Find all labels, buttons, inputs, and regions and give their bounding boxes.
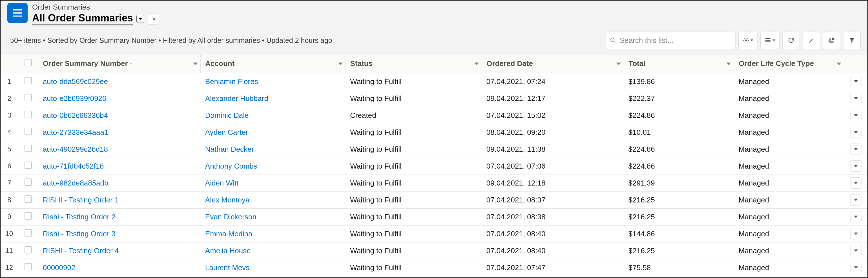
- chart-button[interactable]: [823, 32, 840, 49]
- row-actions-button[interactable]: [850, 144, 862, 155]
- svg-rect-1: [13, 12, 22, 13]
- list-view-dropdown[interactable]: [136, 15, 144, 23]
- row-checkbox[interactable]: [25, 161, 32, 169]
- edit-button[interactable]: [803, 32, 820, 49]
- row-checkbox[interactable]: [25, 229, 32, 237]
- column-menu-icon[interactable]: [726, 59, 731, 68]
- account-link[interactable]: Dominic Dale: [205, 111, 249, 120]
- account-link[interactable]: Alexander Hubbard: [205, 94, 268, 103]
- date-cell: 07.04.2021, 08:37: [482, 191, 624, 208]
- lifecycle-cell: Managed: [734, 141, 844, 158]
- date-cell: 08.04.2021, 09:20: [482, 124, 624, 141]
- column-select-all[interactable]: [18, 54, 38, 73]
- row-checkbox[interactable]: [25, 246, 32, 253]
- lifecycle-cell: Managed: [734, 259, 844, 276]
- order-summary-link[interactable]: RISHI - Testing Order 1: [43, 196, 119, 204]
- row-checkbox[interactable]: [25, 212, 32, 220]
- order-summary-link[interactable]: RISHI - Testing Order 4: [43, 246, 119, 255]
- select-all-checkbox[interactable]: [25, 59, 32, 66]
- display-as-button[interactable]: [761, 32, 779, 49]
- lifecycle-cell: Managed: [734, 90, 844, 107]
- order-summary-link[interactable]: auto-27333e34aaa1: [43, 128, 108, 136]
- order-summary-link[interactable]: auto-e2b6939f0926: [43, 94, 106, 103]
- column-lifecycle-type[interactable]: Order Life Cycle Type: [734, 54, 844, 73]
- row-actions-button[interactable]: [850, 194, 862, 206]
- table-row: 9Rishi - Testing Order 2Evan DickersonWa…: [1, 208, 867, 225]
- account-link[interactable]: Emma Medina: [205, 229, 252, 238]
- total-cell: $144.86: [624, 225, 734, 242]
- table-row: 1auto-dda569c029eeBenjamin FloresWaiting…: [1, 73, 867, 90]
- row-checkbox[interactable]: [25, 77, 32, 84]
- column-order-summary-number[interactable]: Order Summary Number↑: [38, 54, 200, 73]
- table-row: 10Rishi - Testing Order 3Emma MedinaWait…: [1, 225, 867, 242]
- order-summary-link[interactable]: auto-dda569c029ee: [43, 77, 108, 86]
- list-view-name[interactable]: All Order Summaries: [32, 12, 133, 25]
- order-summary-link[interactable]: auto-982de8a85adb: [43, 179, 108, 187]
- column-status[interactable]: Status: [345, 54, 482, 73]
- total-cell: $224.86: [624, 158, 734, 175]
- row-number: 10: [1, 225, 18, 242]
- svg-line-4: [614, 41, 616, 43]
- column-menu-icon[interactable]: [193, 59, 197, 68]
- row-checkbox[interactable]: [25, 145, 32, 152]
- row-actions-button[interactable]: [850, 76, 862, 87]
- table-row: 3auto-0b62c66336b4Dominic DaleCreated07.…: [1, 107, 867, 124]
- svg-rect-8: [766, 41, 771, 42]
- row-actions-button[interactable]: [850, 262, 862, 273]
- row-number: 11: [1, 242, 18, 259]
- row-actions-button[interactable]: [850, 110, 862, 121]
- account-link[interactable]: Ayden Carter: [205, 128, 248, 136]
- row-actions-button[interactable]: [850, 211, 862, 222]
- row-actions-button[interactable]: [850, 228, 862, 239]
- row-checkbox[interactable]: [25, 94, 32, 101]
- pin-list-button[interactable]: [148, 13, 159, 25]
- row-actions-button[interactable]: [850, 245, 862, 256]
- order-summary-link[interactable]: Rishi - Testing Order 3: [43, 229, 116, 238]
- column-menu-icon[interactable]: [616, 59, 621, 68]
- account-link[interactable]: Alex Montoya: [205, 196, 250, 204]
- column-menu-icon[interactable]: [474, 59, 479, 68]
- table-row: 11RISHI - Testing Order 4Amelia HouseWai…: [1, 242, 867, 259]
- column-ordered-date[interactable]: Ordered Date: [482, 54, 624, 73]
- account-link[interactable]: Nathan Decker: [205, 145, 254, 153]
- account-link[interactable]: Anthony Combs: [205, 162, 257, 170]
- lifecycle-cell: Managed: [734, 225, 844, 242]
- row-actions-button[interactable]: [850, 127, 862, 138]
- row-actions-button[interactable]: [850, 160, 862, 172]
- row-actions-button[interactable]: [850, 93, 862, 104]
- order-summary-link[interactable]: Rishi - Testing Order 2: [43, 213, 116, 221]
- column-actions: [844, 54, 867, 73]
- order-summary-link[interactable]: 00000902: [43, 263, 75, 272]
- order-summary-link[interactable]: auto-0b62c66336b4: [43, 111, 108, 120]
- row-checkbox[interactable]: [25, 111, 32, 118]
- row-checkbox[interactable]: [25, 195, 32, 203]
- date-cell: 07.04.2021, 15:02: [482, 107, 624, 124]
- account-link[interactable]: Laurent Mevs: [205, 263, 250, 272]
- refresh-button[interactable]: [782, 32, 800, 49]
- status-cell: Waiting to Fulfill: [345, 208, 482, 225]
- account-link[interactable]: Evan Dickerson: [205, 213, 256, 221]
- order-summaries-icon: [7, 3, 28, 23]
- svg-rect-7: [766, 40, 771, 40]
- account-link[interactable]: Amelia House: [205, 246, 251, 255]
- account-link[interactable]: Aiden Witt: [205, 179, 239, 187]
- table-row: 6auto-71fd04c52f16Anthony CombsWaiting t…: [1, 158, 867, 175]
- row-number: 7: [1, 175, 18, 191]
- row-number: 3: [1, 107, 18, 124]
- row-checkbox[interactable]: [25, 263, 32, 270]
- filter-button[interactable]: [843, 32, 861, 49]
- order-summary-link[interactable]: auto-71fd04c52f16: [43, 162, 104, 170]
- row-checkbox[interactable]: [25, 128, 32, 135]
- account-link[interactable]: Benjamin Flores: [205, 77, 258, 86]
- column-menu-icon[interactable]: [837, 59, 841, 68]
- lifecycle-cell: Managed: [734, 73, 844, 90]
- column-menu-icon[interactable]: [338, 59, 343, 68]
- order-summary-link[interactable]: auto-490299c26d18: [43, 145, 108, 153]
- list-settings-button[interactable]: [738, 32, 757, 49]
- column-total[interactable]: Total: [624, 54, 734, 73]
- search-input[interactable]: [606, 32, 736, 49]
- column-account[interactable]: Account: [200, 54, 345, 73]
- search-icon: [610, 37, 616, 43]
- row-checkbox[interactable]: [25, 179, 32, 186]
- row-actions-button[interactable]: [850, 177, 862, 189]
